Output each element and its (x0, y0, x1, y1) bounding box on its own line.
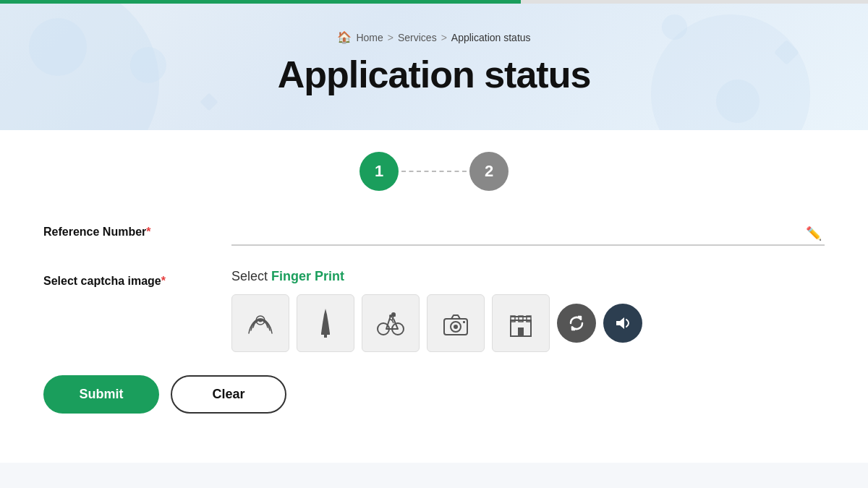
captcha-row: Select captcha image* Select Finger Prin… (43, 269, 825, 352)
deco-circle-3 (662, 14, 687, 40)
reference-number-input[interactable] (231, 220, 825, 246)
reference-number-wrapper: ✏️ (231, 220, 825, 246)
required-star-captcha: * (161, 275, 166, 287)
captcha-camera[interactable] (427, 294, 485, 352)
stepper: 1 2 (43, 152, 825, 191)
svg-marker-23 (616, 317, 624, 329)
breadcrumb-current: Application status (451, 32, 531, 43)
svg-rect-22 (511, 316, 531, 317)
main-content: 1 2 Reference Number* ✏️ Select captcha … (0, 130, 868, 463)
captcha-instruction: Select Finger Print (231, 269, 642, 284)
step-2: 2 (469, 152, 509, 191)
breadcrumb: 🏠 Home > Services > Application status (337, 30, 530, 44)
refresh-captcha-button[interactable] (557, 304, 596, 343)
home-icon: 🏠 (337, 30, 352, 44)
captcha-fingerprint[interactable] (231, 294, 289, 352)
hero-banner: 🏠 Home > Services > Application status A… (0, 4, 868, 130)
svg-line-12 (392, 320, 393, 323)
captcha-images-container (231, 294, 642, 352)
form-section: Reference Number* ✏️ Select captcha imag… (43, 220, 825, 414)
submit-button[interactable]: Submit (43, 375, 159, 414)
svg-rect-21 (518, 328, 524, 336)
breadcrumb-sep-1: > (388, 32, 393, 43)
breadcrumb-services[interactable]: Services (398, 32, 437, 43)
page-title: Application status (278, 53, 591, 96)
svg-point-1 (259, 319, 263, 322)
breadcrumb-sep-2: > (441, 32, 447, 43)
reference-number-row: Reference Number* ✏️ (43, 220, 825, 246)
deco-circle-1 (29, 18, 87, 76)
svg-rect-4 (321, 333, 330, 335)
deco-circle-2 (130, 47, 166, 83)
reference-number-label: Reference Number* (43, 220, 231, 239)
svg-rect-16 (463, 321, 465, 323)
svg-marker-2 (321, 309, 330, 333)
svg-point-15 (454, 325, 458, 329)
deco-circle-4 (716, 80, 760, 123)
breadcrumb-home[interactable]: Home (356, 32, 383, 43)
deco-diamond-2 (200, 93, 218, 111)
required-star-ref: * (146, 226, 150, 238)
captcha-highlight: Finger Print (271, 269, 344, 283)
clear-button[interactable]: Clear (171, 375, 286, 414)
captcha-bicycle[interactable] (362, 294, 420, 352)
captcha-label: Select captcha image* (43, 269, 231, 288)
buttons-row: Submit Clear (43, 375, 825, 414)
captcha-tower[interactable] (297, 294, 354, 352)
audio-captcha-button[interactable] (603, 304, 642, 343)
svg-point-9 (391, 312, 396, 317)
deco-diamond-1 (774, 40, 799, 65)
captcha-content: Select Finger Print (231, 269, 642, 352)
captcha-castle[interactable] (492, 294, 550, 352)
step-connector (401, 171, 467, 172)
edit-icon[interactable]: ✏️ (806, 226, 822, 241)
step-1: 1 (359, 152, 399, 191)
